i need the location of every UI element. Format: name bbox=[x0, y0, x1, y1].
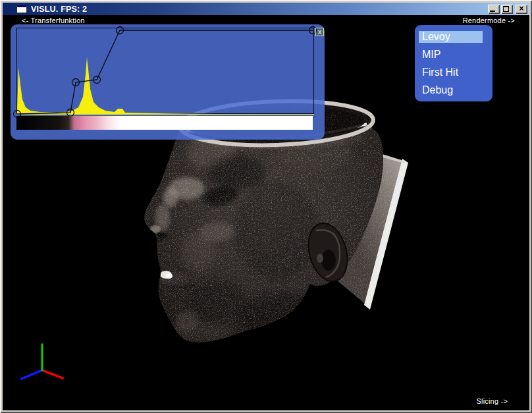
histogram bbox=[17, 57, 314, 115]
app-icon bbox=[16, 5, 27, 13]
color-gradient-bar[interactable] bbox=[16, 116, 313, 130]
transfer-function-plot[interactable] bbox=[16, 28, 314, 114]
transfer-function-panel: x bbox=[11, 24, 325, 140]
render-viewport[interactable]: <- Transferfunktion Rendermode -> Slicin… bbox=[3, 15, 529, 410]
rendermode-item-debug[interactable]: Debug bbox=[419, 84, 483, 96]
window-title: VISLU. FPS: 2 bbox=[31, 5, 487, 14]
maximize-icon bbox=[503, 6, 509, 12]
axes-gizmo bbox=[22, 344, 63, 379]
app-window: VISLU. FPS: 2 × bbox=[0, 0, 532, 413]
panel-close-button[interactable]: x bbox=[315, 28, 324, 36]
close-button[interactable]: × bbox=[516, 5, 527, 14]
slicing-label[interactable]: Slicing -> bbox=[476, 397, 508, 405]
transferfunction-label[interactable]: <- Transferfunktion bbox=[22, 16, 85, 24]
title-bar: VISLU. FPS: 2 × bbox=[3, 3, 529, 15]
minimize-button[interactable] bbox=[488, 5, 500, 14]
close-icon: × bbox=[516, 4, 527, 14]
rendermode-item-mip[interactable]: MIP bbox=[419, 49, 483, 61]
rendermode-item-first-hit[interactable]: First Hit bbox=[419, 67, 483, 78]
transfer-function-curve bbox=[17, 30, 313, 114]
rendermode-label[interactable]: Rendermode -> bbox=[463, 16, 515, 24]
maximize-button[interactable] bbox=[501, 5, 513, 14]
rendermode-menu: LevoyMIPFirst HitDebug bbox=[415, 25, 492, 101]
minimize-icon bbox=[490, 11, 495, 12]
rendermode-item-levoy[interactable]: Levoy bbox=[419, 31, 483, 43]
